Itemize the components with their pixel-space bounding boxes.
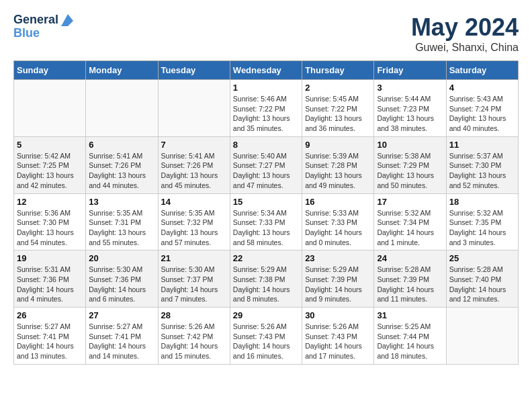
day-info: Sunrise: 5:35 AMSunset: 7:32 PMDaylight:… bbox=[161, 208, 227, 248]
logo-icon bbox=[58, 14, 73, 26]
calendar-cell: 25Sunrise: 5:28 AMSunset: 7:40 PMDayligh… bbox=[446, 250, 518, 308]
calendar-cell: 27Sunrise: 5:27 AMSunset: 7:41 PMDayligh… bbox=[86, 308, 158, 365]
header: General Blue May 2024 Guwei, Shanxi, Chi… bbox=[13, 13, 519, 54]
day-info: Sunrise: 5:33 AMSunset: 7:33 PMDaylight:… bbox=[305, 208, 371, 248]
weekday-header-wednesday: Wednesday bbox=[230, 61, 302, 80]
day-number: 18 bbox=[449, 197, 515, 207]
calendar-cell: 19Sunrise: 5:31 AMSunset: 7:36 PMDayligh… bbox=[14, 250, 86, 308]
calendar-cell: 5Sunrise: 5:42 AMSunset: 7:25 PMDaylight… bbox=[14, 136, 86, 193]
calendar-cell: 30Sunrise: 5:26 AMSunset: 7:43 PMDayligh… bbox=[302, 308, 374, 365]
day-number: 17 bbox=[377, 197, 443, 207]
day-number: 12 bbox=[17, 197, 83, 207]
day-number: 22 bbox=[233, 253, 299, 263]
day-info: Sunrise: 5:29 AMSunset: 7:39 PMDaylight:… bbox=[305, 265, 371, 304]
day-number: 24 bbox=[377, 253, 443, 263]
calendar-cell: 18Sunrise: 5:32 AMSunset: 7:35 PMDayligh… bbox=[446, 193, 518, 250]
day-number: 31 bbox=[377, 310, 443, 320]
calendar-week-row: 1Sunrise: 5:46 AMSunset: 7:22 PMDaylight… bbox=[14, 80, 519, 137]
day-info: Sunrise: 5:26 AMSunset: 7:42 PMDaylight:… bbox=[161, 322, 227, 361]
day-info: Sunrise: 5:25 AMSunset: 7:44 PMDaylight:… bbox=[377, 322, 443, 361]
calendar-cell: 31Sunrise: 5:25 AMSunset: 7:44 PMDayligh… bbox=[374, 308, 446, 365]
day-info: Sunrise: 5:31 AMSunset: 7:36 PMDaylight:… bbox=[17, 265, 83, 304]
day-info: Sunrise: 5:27 AMSunset: 7:41 PMDaylight:… bbox=[17, 322, 83, 361]
day-info: Sunrise: 5:26 AMSunset: 7:43 PMDaylight:… bbox=[305, 322, 371, 361]
day-number: 11 bbox=[449, 140, 515, 150]
calendar-cell: 26Sunrise: 5:27 AMSunset: 7:41 PMDayligh… bbox=[14, 308, 86, 365]
day-number: 25 bbox=[449, 253, 515, 263]
location-subtitle: Guwei, Shanxi, China bbox=[411, 42, 519, 54]
day-info: Sunrise: 5:45 AMSunset: 7:22 PMDaylight:… bbox=[305, 94, 371, 134]
calendar-cell bbox=[158, 80, 230, 137]
calendar-cell: 4Sunrise: 5:43 AMSunset: 7:24 PMDaylight… bbox=[446, 80, 518, 137]
day-number: 16 bbox=[305, 197, 371, 207]
day-info: Sunrise: 5:35 AMSunset: 7:31 PMDaylight:… bbox=[89, 208, 154, 248]
calendar-cell: 8Sunrise: 5:40 AMSunset: 7:27 PMDaylight… bbox=[230, 136, 302, 193]
calendar-cell: 2Sunrise: 5:45 AMSunset: 7:22 PMDaylight… bbox=[302, 80, 374, 137]
calendar-cell: 3Sunrise: 5:44 AMSunset: 7:23 PMDaylight… bbox=[374, 80, 446, 137]
day-info: Sunrise: 5:39 AMSunset: 7:28 PMDaylight:… bbox=[305, 151, 371, 191]
day-info: Sunrise: 5:43 AMSunset: 7:24 PMDaylight:… bbox=[449, 94, 515, 134]
day-number: 30 bbox=[305, 310, 371, 320]
day-number: 13 bbox=[89, 197, 154, 207]
weekday-header-tuesday: Tuesday bbox=[158, 61, 230, 80]
calendar-cell: 20Sunrise: 5:30 AMSunset: 7:36 PMDayligh… bbox=[86, 250, 158, 308]
logo: General Blue bbox=[13, 13, 73, 40]
day-info: Sunrise: 5:42 AMSunset: 7:25 PMDaylight:… bbox=[17, 151, 83, 191]
day-info: Sunrise: 5:40 AMSunset: 7:27 PMDaylight:… bbox=[233, 151, 299, 191]
logo-text-general: General bbox=[13, 13, 58, 27]
calendar-cell: 10Sunrise: 5:38 AMSunset: 7:29 PMDayligh… bbox=[374, 136, 446, 193]
calendar-cell: 24Sunrise: 5:28 AMSunset: 7:39 PMDayligh… bbox=[374, 250, 446, 308]
day-number: 19 bbox=[17, 253, 83, 263]
day-number: 20 bbox=[89, 253, 154, 263]
day-number: 1 bbox=[233, 83, 299, 93]
day-info: Sunrise: 5:41 AMSunset: 7:26 PMDaylight:… bbox=[161, 151, 227, 191]
day-info: Sunrise: 5:44 AMSunset: 7:23 PMDaylight:… bbox=[377, 94, 443, 134]
day-info: Sunrise: 5:34 AMSunset: 7:33 PMDaylight:… bbox=[233, 208, 299, 248]
calendar-cell: 21Sunrise: 5:30 AMSunset: 7:37 PMDayligh… bbox=[158, 250, 230, 308]
day-info: Sunrise: 5:41 AMSunset: 7:26 PMDaylight:… bbox=[89, 151, 154, 191]
day-info: Sunrise: 5:32 AMSunset: 7:35 PMDaylight:… bbox=[449, 208, 515, 248]
weekday-header-monday: Monday bbox=[86, 61, 158, 80]
day-number: 3 bbox=[377, 83, 443, 93]
calendar-cell: 6Sunrise: 5:41 AMSunset: 7:26 PMDaylight… bbox=[86, 136, 158, 193]
calendar-cell: 17Sunrise: 5:32 AMSunset: 7:34 PMDayligh… bbox=[374, 193, 446, 250]
calendar-cell: 22Sunrise: 5:29 AMSunset: 7:38 PMDayligh… bbox=[230, 250, 302, 308]
day-info: Sunrise: 5:26 AMSunset: 7:43 PMDaylight:… bbox=[233, 322, 299, 361]
day-info: Sunrise: 5:32 AMSunset: 7:34 PMDaylight:… bbox=[377, 208, 443, 248]
calendar-cell bbox=[86, 80, 158, 137]
day-info: Sunrise: 5:28 AMSunset: 7:39 PMDaylight:… bbox=[377, 265, 443, 304]
day-number: 29 bbox=[233, 310, 299, 320]
calendar-cell: 16Sunrise: 5:33 AMSunset: 7:33 PMDayligh… bbox=[302, 193, 374, 250]
day-info: Sunrise: 5:38 AMSunset: 7:29 PMDaylight:… bbox=[377, 151, 443, 191]
day-number: 9 bbox=[305, 140, 371, 150]
calendar-cell: 1Sunrise: 5:46 AMSunset: 7:22 PMDaylight… bbox=[230, 80, 302, 137]
day-info: Sunrise: 5:30 AMSunset: 7:37 PMDaylight:… bbox=[161, 265, 227, 304]
weekday-header-thursday: Thursday bbox=[302, 61, 374, 80]
day-info: Sunrise: 5:29 AMSunset: 7:38 PMDaylight:… bbox=[233, 265, 299, 304]
calendar-week-row: 12Sunrise: 5:36 AMSunset: 7:30 PMDayligh… bbox=[14, 193, 519, 250]
day-info: Sunrise: 5:46 AMSunset: 7:22 PMDaylight:… bbox=[233, 94, 299, 134]
calendar-week-row: 5Sunrise: 5:42 AMSunset: 7:25 PMDaylight… bbox=[14, 136, 519, 193]
calendar-cell: 15Sunrise: 5:34 AMSunset: 7:33 PMDayligh… bbox=[230, 193, 302, 250]
calendar-cell: 7Sunrise: 5:41 AMSunset: 7:26 PMDaylight… bbox=[158, 136, 230, 193]
svg-marker-0 bbox=[61, 14, 73, 26]
day-number: 28 bbox=[161, 310, 227, 320]
calendar-cell: 23Sunrise: 5:29 AMSunset: 7:39 PMDayligh… bbox=[302, 250, 374, 308]
day-info: Sunrise: 5:28 AMSunset: 7:40 PMDaylight:… bbox=[449, 265, 515, 304]
day-number: 10 bbox=[377, 140, 443, 150]
weekday-header-row: SundayMondayTuesdayWednesdayThursdayFrid… bbox=[14, 61, 519, 80]
day-number: 4 bbox=[449, 83, 515, 93]
day-number: 2 bbox=[305, 83, 371, 93]
day-number: 5 bbox=[17, 140, 83, 150]
day-number: 15 bbox=[233, 197, 299, 207]
day-number: 23 bbox=[305, 253, 371, 263]
day-number: 21 bbox=[161, 253, 227, 263]
day-number: 14 bbox=[161, 197, 227, 207]
calendar-cell: 12Sunrise: 5:36 AMSunset: 7:30 PMDayligh… bbox=[14, 193, 86, 250]
calendar-cell: 28Sunrise: 5:26 AMSunset: 7:42 PMDayligh… bbox=[158, 308, 230, 365]
weekday-header-saturday: Saturday bbox=[446, 61, 518, 80]
calendar-week-row: 19Sunrise: 5:31 AMSunset: 7:36 PMDayligh… bbox=[14, 250, 519, 308]
day-number: 8 bbox=[233, 140, 299, 150]
day-info: Sunrise: 5:36 AMSunset: 7:30 PMDaylight:… bbox=[17, 208, 83, 248]
calendar-cell bbox=[446, 308, 518, 365]
